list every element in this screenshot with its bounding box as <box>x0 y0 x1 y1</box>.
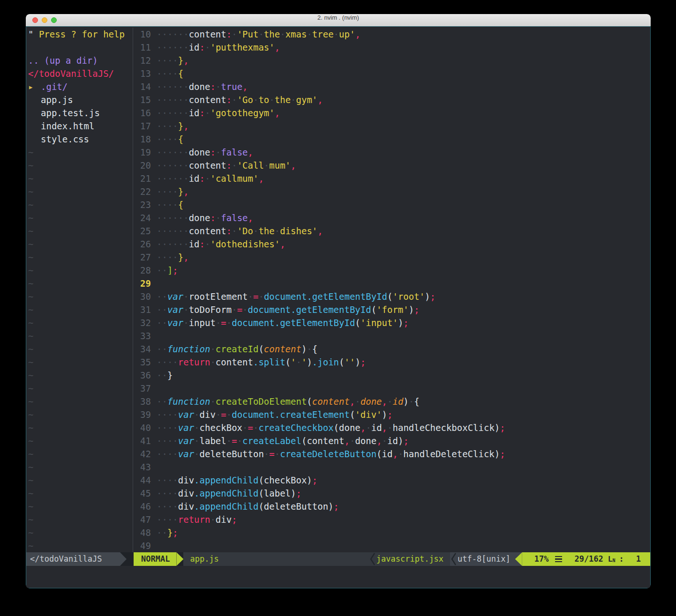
line-number: 43 <box>133 460 157 474</box>
folder-collapsed-arrow-icon[interactable]: ▸ <box>28 80 41 93</box>
line-number: 37 <box>133 382 157 395</box>
code-line[interactable]: 14······done:·true, <box>133 80 650 93</box>
line-number: 19 <box>133 146 157 159</box>
line-number: 21 <box>133 172 157 185</box>
cursor-column: 1 <box>636 552 641 566</box>
code-text: ··var·input·=·document.getElementById('i… <box>157 316 650 329</box>
code-line[interactable]: 22····}, <box>133 185 650 198</box>
sidebar-row-file[interactable]: app.test.js <box>26 106 133 119</box>
code-line[interactable]: 33 <box>133 329 650 342</box>
code-text: ······id:·'putthexmas', <box>157 41 650 54</box>
code-text: ······content:·'Put·the·xmas·tree·up', <box>157 28 650 41</box>
scroll-percent: 17% <box>534 552 549 566</box>
line-number: 49 <box>133 539 157 552</box>
code-line[interactable]: 26······id:·'dothedishes', <box>133 237 650 251</box>
code-line[interactable]: 15······content:·'Go·to·the·gym', <box>133 93 650 106</box>
code-text: ····var·label·=·createLabel(content,·don… <box>157 434 650 447</box>
sidebar-row-file[interactable]: app.js <box>26 93 133 106</box>
code-text: ····}, <box>157 54 650 67</box>
code-line[interactable]: 12····}, <box>133 54 650 67</box>
code-line[interactable]: 34··function·createId(content)·{ <box>133 342 650 356</box>
code-line[interactable]: 44····div.appendChild(checkBox); <box>133 474 650 487</box>
code-line[interactable]: 10······content:·'Put·the·xmas·tree·up', <box>133 28 650 41</box>
code-line[interactable]: 28··]; <box>133 264 650 277</box>
code-text <box>157 277 650 290</box>
command-line[interactable] <box>26 566 650 588</box>
code-line[interactable]: 16······id:·'gotothegym', <box>133 106 650 119</box>
code-line[interactable]: 49 <box>133 539 650 552</box>
code-text: ····{ <box>157 198 650 211</box>
code-line[interactable]: 30··var·rootElement·=·document.getElemen… <box>133 290 650 303</box>
code-text: ······id:·'dothedishes', <box>157 237 650 251</box>
code-text: ··]; <box>157 264 650 277</box>
code-text: ··function·createId(content)·{ <box>157 342 650 356</box>
code-line[interactable]: 25······content:·'Do·the·dishes', <box>133 224 650 237</box>
sidebar-row-updir[interactable]: .. (up a dir) <box>26 54 133 67</box>
code-line[interactable]: 36··} <box>133 369 650 382</box>
sidebar-row-file[interactable]: index.html <box>26 119 133 133</box>
powerline-separator-icon <box>176 552 183 566</box>
code-text: ····var·checkBox·=·createCheckbox(done,·… <box>157 421 650 434</box>
code-line[interactable]: 32··var·input·=·document.getElementById(… <box>133 316 650 329</box>
code-line[interactable]: 37 <box>133 382 650 395</box>
code-line[interactable]: 45····div.appendChild(label); <box>133 487 650 500</box>
line-number: 30 <box>133 290 157 303</box>
code-line[interactable]: 35····return·content.split('·').join('')… <box>133 356 650 369</box>
line-number: 10 <box>133 28 157 41</box>
code-line[interactable]: 23····{ <box>133 198 650 211</box>
line-number: 26 <box>133 237 157 251</box>
line-number: 14 <box>133 80 157 93</box>
empty-line-tilde: ~ <box>26 237 133 251</box>
code-line[interactable]: 48··}; <box>133 526 650 539</box>
code-text: ··}; <box>157 526 650 539</box>
line-number: 39 <box>133 408 157 421</box>
empty-line-tilde: ~ <box>26 539 133 552</box>
empty-line-tilde: ~ <box>26 408 133 421</box>
nerdtree-sidebar[interactable]: " Press ? for help.. (up a dir)</todoVan… <box>26 28 133 552</box>
empty-line-tilde: ~ <box>26 264 133 277</box>
code-line[interactable]: 11······id:·'putthexmas', <box>133 41 650 54</box>
code-text: ····div.appendChild(checkBox); <box>157 474 650 487</box>
code-line[interactable]: 46····div.appendChild(deleteButton); <box>133 500 650 513</box>
code-editor[interactable]: 10······content:·'Put·the·xmas·tree·up',… <box>133 28 650 552</box>
code-line[interactable]: 18····{ <box>133 133 650 146</box>
encoding-label: utf-8[unix] <box>458 552 515 566</box>
code-line[interactable]: 13····{ <box>133 67 650 80</box>
code-text: ······content:·'Call·mum', <box>157 159 650 172</box>
sidebar-row-file[interactable]: style.css <box>26 133 133 146</box>
code-line[interactable]: 17····}, <box>133 119 650 133</box>
code-text: ····}, <box>157 251 650 264</box>
line-number: 25 <box>133 224 157 237</box>
code-line[interactable]: 20······content:·'Call·mum', <box>133 159 650 172</box>
code-line[interactable]: 42····var·deleteButton·=·createDeleteBut… <box>133 447 650 460</box>
code-line[interactable]: 39····var·div·=·document.createElement('… <box>133 408 650 421</box>
empty-line-tilde: ~ <box>26 316 133 329</box>
code-text <box>157 329 650 342</box>
code-line[interactable]: 31··var·toDoForm·=·document.getElementBy… <box>133 303 650 316</box>
empty-line-tilde: ~ <box>26 474 133 487</box>
empty-line-tilde: ~ <box>26 329 133 342</box>
titlebar[interactable]: 2. nvim . (nvim) <box>26 14 651 26</box>
empty-line-tilde: ~ <box>26 460 133 474</box>
empty-line-tilde: ~ <box>26 172 133 185</box>
code-line[interactable]: 19······done:·false, <box>133 146 650 159</box>
sidebar-row-root: </todoVanillaJS/ <box>26 67 133 80</box>
code-line[interactable]: 47····return·div; <box>133 513 650 526</box>
code-text: ··var·rootElement·=·document.getElementB… <box>157 290 650 303</box>
code-line[interactable]: 21······id:·'callmum', <box>133 172 650 185</box>
code-text <box>157 539 650 552</box>
sidebar-row-dir[interactable]: ▸.git/ <box>26 80 133 93</box>
sidebar-row-blank <box>26 41 133 54</box>
line-number: 35 <box>133 356 157 369</box>
code-text: ····var·div·=·document.createElement('di… <box>157 408 650 421</box>
chevron-left-icon <box>450 552 458 566</box>
line-number: 31 <box>133 303 157 316</box>
code-line[interactable]: 27····}, <box>133 251 650 264</box>
code-line[interactable]: 43 <box>133 460 650 474</box>
code-line[interactable]: 24······done:·false, <box>133 211 650 224</box>
code-line[interactable]: 29 <box>133 277 650 290</box>
code-line[interactable]: 41····var·label·=·createLabel(content,·d… <box>133 434 650 447</box>
empty-line-tilde: ~ <box>26 513 133 526</box>
code-line[interactable]: 40····var·checkBox·=·createCheckbox(done… <box>133 421 650 434</box>
code-line[interactable]: 38··function·createToDoElement(content,·… <box>133 395 650 408</box>
